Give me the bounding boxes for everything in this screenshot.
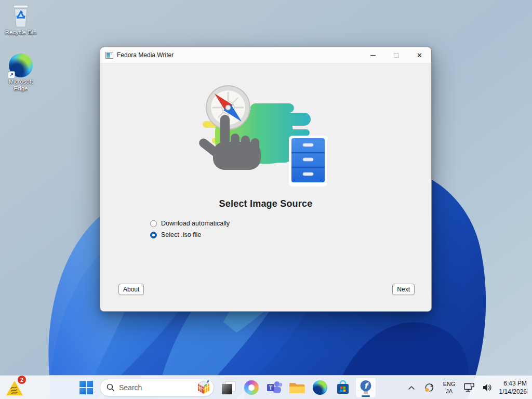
image-source-illustration (193, 83, 339, 194)
start-button[interactable] (76, 377, 97, 398)
taskbar-app-copilot[interactable] (241, 377, 262, 398)
tray-time: 6:43 PM (503, 379, 527, 388)
taskbar-app-file-explorer[interactable] (287, 377, 308, 398)
desktop-icon-label: Recycle Bin (1, 29, 41, 36)
image-source-options: Download automatically Select .iso file (150, 218, 230, 241)
svg-text:T: T (269, 385, 272, 391)
minimize-icon (370, 55, 376, 56)
app-icon (105, 52, 113, 59)
maximize-button[interactable] (384, 47, 408, 63)
edge-icon (313, 380, 327, 395)
taskbar-app-microsoft-store[interactable] (332, 377, 353, 398)
radio-download-automatically[interactable]: Download automatically (150, 218, 230, 229)
tray-date: 1/14/2026 (499, 388, 527, 396)
fedora-media-writer-icon: f (359, 380, 373, 395)
volume-button[interactable] (481, 377, 495, 398)
taskbar: 2 (0, 375, 532, 399)
windows-start-icon (79, 381, 93, 394)
file-explorer-icon (289, 381, 305, 394)
next-button[interactable]: Next (392, 284, 415, 295)
taskbar-app-fedora-media-writer[interactable]: f (355, 377, 376, 398)
maximize-icon (394, 53, 398, 58)
window-title: Fedora Media Writer (117, 51, 174, 59)
search-icon (107, 383, 115, 392)
clock[interactable]: 6:43 PM 1/14/2026 (499, 377, 529, 398)
chevron-up-icon (408, 385, 415, 390)
taskbar-app-task-view[interactable] (218, 377, 239, 398)
shortcut-arrow-icon: ↗ (8, 71, 15, 78)
teams-icon: T (267, 380, 282, 395)
close-icon: ✕ (417, 52, 422, 59)
taskbar-app-microsoft-teams[interactable]: T (264, 377, 285, 398)
radio-unselected-icon (150, 220, 157, 227)
speaker-icon (483, 383, 493, 392)
search-highlight-cube-icon (197, 380, 210, 395)
search-input[interactable] (119, 383, 197, 392)
copilot-icon (244, 380, 259, 395)
page-title: Select Image Source (100, 198, 431, 209)
radio-selected-icon (150, 232, 157, 238)
desktop-icon-microsoft-edge[interactable]: ↗ Microsoft Edge (1, 54, 41, 92)
minimize-button[interactable] (361, 47, 384, 63)
desktop-icon-label: Microsoft Edge (3, 78, 39, 92)
window-titlebar[interactable]: Fedora Media Writer ✕ (100, 47, 431, 63)
widgets-button[interactable]: 2 (4, 378, 27, 398)
task-view-icon (221, 380, 236, 395)
taskbar-search[interactable] (100, 379, 214, 396)
language-indicator[interactable]: ENG JA (441, 377, 458, 398)
taskbar-app-microsoft-edge[interactable] (310, 377, 330, 398)
notification-badge: 2 (18, 376, 26, 384)
active-app-indicator (362, 395, 370, 397)
update-restart-button[interactable] (422, 377, 436, 398)
ethernet-network-icon (464, 383, 475, 392)
recycle-bin-icon (10, 4, 31, 28)
radio-select-iso-file[interactable]: Select .iso file (150, 229, 230, 241)
tray-chevron-button[interactable] (405, 377, 418, 398)
network-button[interactable] (463, 377, 476, 398)
update-pending-icon (423, 382, 435, 393)
close-button[interactable]: ✕ (408, 47, 431, 63)
about-button[interactable]: About (118, 284, 144, 295)
microsoft-store-icon (336, 380, 350, 395)
drawer-cabinet-icon (289, 136, 327, 187)
fedora-media-writer-window: Fedora Media Writer ✕ (100, 47, 432, 312)
desktop-icon-recycle-bin[interactable]: Recycle Bin (1, 4, 41, 36)
